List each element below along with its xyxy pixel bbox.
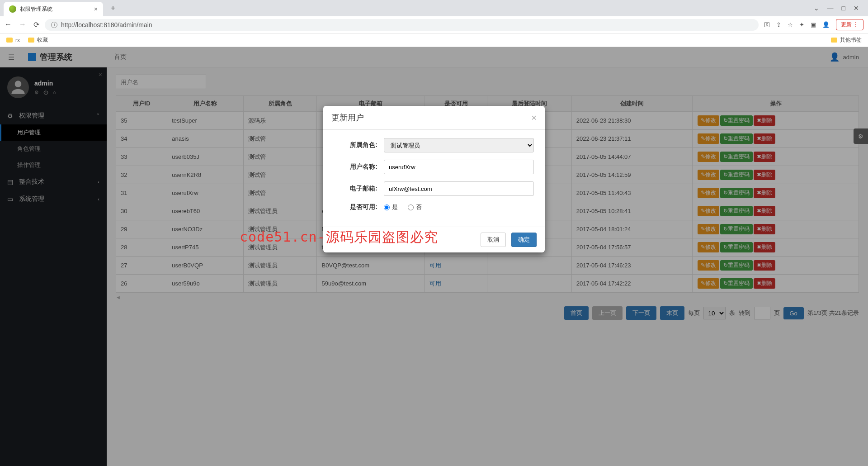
extensions-icon[interactable]: ✦: [799, 21, 804, 28]
key-icon[interactable]: ⚿: [764, 21, 770, 28]
window-controls: ⌄ — □ ✕: [814, 5, 864, 12]
tab-title: 权限管理系统: [20, 5, 90, 13]
cancel-button[interactable]: 取消: [481, 233, 506, 247]
close-window-icon[interactable]: ✕: [854, 5, 859, 12]
browser-tab[interactable]: 权限管理系统 ×: [4, 2, 103, 16]
role-select[interactable]: 测试管理员: [384, 138, 534, 152]
browser-update-button[interactable]: 更新 ⋮: [836, 19, 863, 30]
confirm-button[interactable]: 确定: [511, 233, 537, 247]
folder-icon: [28, 38, 34, 43]
tab-close-icon[interactable]: ×: [94, 5, 98, 13]
favicon-icon: [9, 5, 16, 13]
available-label: 是否可用:: [334, 203, 384, 211]
minimize-icon[interactable]: —: [827, 5, 834, 12]
email-label: 电子邮箱:: [334, 185, 384, 193]
chevron-down-icon[interactable]: ⌄: [814, 5, 819, 12]
username-input[interactable]: [384, 160, 534, 174]
reload-icon[interactable]: ⟳: [33, 20, 39, 29]
email-input[interactable]: [384, 181, 534, 196]
browser-chrome: 权限管理系统 × + ⌄ — □ ✕ ← → ⟳ i http://localh…: [0, 0, 868, 47]
bookmarks-bar: rx 收藏 其他书签: [0, 33, 868, 47]
star-icon[interactable]: ☆: [788, 21, 793, 28]
address-bar: ← → ⟳ i http://localhost:8180/admin/main…: [0, 16, 868, 33]
modal-title: 更新用户: [331, 112, 364, 123]
radio-no[interactable]: 否: [408, 203, 422, 211]
forward-icon[interactable]: →: [19, 20, 26, 29]
info-icon[interactable]: i: [51, 22, 57, 28]
username-label: 用户名称:: [334, 163, 384, 171]
new-tab-button[interactable]: +: [107, 2, 119, 14]
radio-yes-input[interactable]: [384, 204, 390, 210]
url-box[interactable]: i http://localhost:8180/admin/main: [45, 19, 759, 31]
other-bookmarks[interactable]: 其他书签: [831, 36, 862, 44]
radio-yes[interactable]: 是: [384, 203, 398, 211]
back-icon[interactable]: ←: [5, 20, 12, 29]
panel-icon[interactable]: ▣: [811, 21, 816, 28]
app: ☰ 管理系统 首页 👤 admin × admin ⚙ ⏻: [0, 47, 868, 466]
url-text: http://localhost:8180/admin/main: [61, 21, 152, 29]
folder-icon: [6, 38, 13, 43]
modal-close-icon[interactable]: ×: [531, 113, 537, 123]
tab-bar: 权限管理系统 × + ⌄ — □ ✕: [0, 0, 868, 16]
share-icon[interactable]: ⇪: [776, 21, 781, 28]
update-user-modal: 更新用户 × 所属角色: 测试管理员 用户名称: 电子邮箱: 是否可用: 是: [323, 106, 545, 252]
profile-icon[interactable]: 👤: [822, 21, 830, 28]
bookmark-rx[interactable]: rx: [6, 37, 20, 43]
folder-icon: [831, 38, 837, 43]
radio-no-input[interactable]: [408, 204, 414, 210]
bookmark-fav[interactable]: 收藏: [28, 36, 48, 44]
role-label: 所属角色:: [334, 141, 384, 149]
maximize-icon[interactable]: □: [842, 5, 845, 12]
